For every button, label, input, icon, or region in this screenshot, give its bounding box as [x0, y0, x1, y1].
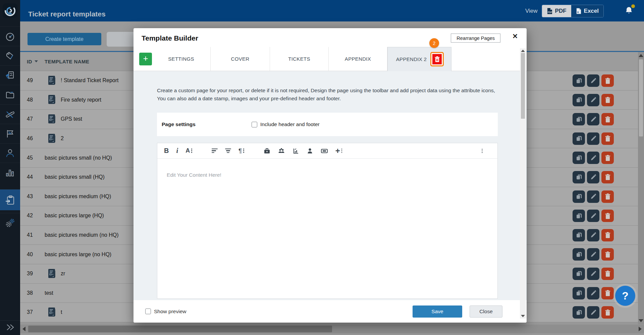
insert-person-attribute-button[interactable]: [307, 146, 313, 156]
delete-template-button[interactable]: [601, 74, 614, 87]
insert-banner-button[interactable]: [321, 146, 328, 156]
delete-template-button[interactable]: [601, 268, 614, 280]
add-page-button[interactable]: +: [139, 53, 152, 65]
delete-template-button[interactable]: [601, 152, 614, 164]
copy-template-button[interactable]: [573, 248, 585, 261]
scroll-up-arrow-icon[interactable]: [639, 54, 643, 57]
notifications-bell[interactable]: [625, 6, 634, 15]
help-button[interactable]: ?: [615, 286, 635, 306]
rich-text-editor[interactable]: B i A ¶: [157, 143, 498, 299]
copy-template-button[interactable]: [573, 171, 585, 183]
rearrange-pages-button[interactable]: Rearrange Pages: [451, 34, 500, 43]
sort-caret-icon[interactable]: [35, 60, 38, 62]
italic-button[interactable]: i: [176, 146, 178, 156]
copy-template-button[interactable]: [573, 113, 585, 125]
delete-template-button[interactable]: [601, 306, 614, 319]
copy-template-button[interactable]: [573, 210, 585, 222]
sidebar-item-projects[interactable]: [0, 85, 20, 104]
tab-tickets[interactable]: TICKETS: [270, 47, 329, 71]
tab-appendix[interactable]: APPENDIX: [329, 47, 387, 71]
save-button[interactable]: Save: [413, 305, 462, 318]
vertical-scroll-thumb[interactable]: [639, 59, 643, 136]
tab-cover[interactable]: COVER: [211, 47, 270, 71]
modal-title: Template Builder: [142, 34, 198, 42]
modal-scrollbar[interactable]: [520, 48, 526, 319]
copy-template-button[interactable]: [573, 190, 585, 203]
sidebar-item-settings[interactable]: [0, 213, 20, 232]
tab-settings[interactable]: SETTINGS: [152, 47, 211, 71]
scroll-down-arrow-icon[interactable]: [639, 319, 643, 322]
edit-template-button[interactable]: [587, 171, 599, 183]
delete-template-button[interactable]: [601, 248, 614, 261]
close-button[interactable]: Close: [470, 305, 502, 318]
insert-team-attribute-button[interactable]: [278, 146, 285, 156]
modal-scroll-up-icon[interactable]: [521, 50, 525, 52]
bold-button[interactable]: B: [164, 146, 169, 156]
delete-template-button[interactable]: [601, 171, 614, 183]
sidebar-item-dashboard[interactable]: [0, 26, 20, 46]
sidebar-collapse-button[interactable]: [0, 320, 20, 334]
show-preview-checkbox[interactable]: [145, 309, 151, 314]
trash-icon: [605, 174, 611, 180]
edit-template-button[interactable]: [587, 248, 599, 261]
modal-scroll-down-icon[interactable]: [521, 315, 525, 317]
edit-template-button[interactable]: [587, 132, 599, 145]
view-excel-button[interactable]: x Excel: [571, 5, 603, 17]
delete-template-button[interactable]: [601, 113, 614, 125]
copy-template-button[interactable]: [573, 152, 585, 164]
align-center-button[interactable]: [225, 146, 231, 156]
delete-page-button[interactable]: [431, 53, 443, 65]
copy-template-button[interactable]: [573, 306, 585, 319]
edit-template-button[interactable]: [587, 287, 599, 299]
modal-close-icon[interactable]: ✕: [512, 32, 518, 40]
vertical-scrollbar[interactable]: [638, 52, 644, 324]
copy-template-button[interactable]: [573, 94, 585, 106]
delete-template-button[interactable]: [601, 94, 614, 106]
sidebar-item-report-templates[interactable]: [0, 189, 20, 210]
sidebar-item-analytics[interactable]: [0, 163, 20, 182]
edit-template-button[interactable]: [587, 152, 599, 164]
app-logo[interactable]: [3, 3, 17, 18]
editor-more-options-button[interactable]: [480, 146, 483, 156]
sidebar-item-tags[interactable]: [0, 46, 20, 65]
include-header-footer-checkbox[interactable]: [252, 122, 257, 127]
copy-template-button[interactable]: [573, 229, 585, 241]
align-left-button[interactable]: [212, 146, 218, 156]
edit-template-button[interactable]: [587, 268, 599, 280]
edit-template-button[interactable]: [587, 190, 599, 203]
scroll-left-arrow-icon[interactable]: [22, 327, 25, 331]
insert-more-button[interactable]: +: [335, 146, 342, 156]
copy-template-button[interactable]: [573, 132, 585, 145]
delete-template-button[interactable]: [601, 190, 614, 203]
copy-template-button[interactable]: [573, 268, 585, 280]
create-template-button[interactable]: Create template: [28, 33, 101, 45]
insert-project-attribute-button[interactable]: [264, 146, 270, 156]
delete-template-button[interactable]: [601, 210, 614, 222]
insert-chart-attribute-button[interactable]: [292, 146, 299, 156]
font-options-button[interactable]: A: [185, 146, 192, 156]
delete-template-button[interactable]: [601, 132, 614, 145]
delete-template-button[interactable]: [601, 287, 614, 299]
sidebar-item-tools[interactable]: [0, 104, 20, 124]
sidebar-item-reports[interactable]: [0, 65, 20, 85]
copy-template-button[interactable]: [573, 287, 585, 299]
edit-template-button[interactable]: [587, 94, 599, 106]
column-header-template-name[interactable]: TEMPLATE NAME: [45, 59, 89, 64]
copy-template-button[interactable]: [573, 74, 585, 87]
horizontal-scrollbar[interactable]: [20, 325, 644, 333]
modal-scroll-thumb[interactable]: [521, 53, 525, 119]
edit-template-button[interactable]: [587, 74, 599, 87]
horizontal-scroll-thumb[interactable]: [28, 326, 332, 332]
column-header-id[interactable]: ID: [27, 59, 32, 64]
sidebar-item-users[interactable]: [0, 143, 20, 163]
tab-appendix-2[interactable]: APPENDIX 2: [387, 47, 451, 71]
edit-template-button[interactable]: [587, 229, 599, 241]
delete-template-button[interactable]: [601, 229, 614, 241]
edit-template-button[interactable]: [587, 113, 599, 125]
edit-template-button[interactable]: [587, 306, 599, 319]
paragraph-options-button[interactable]: ¶: [238, 146, 244, 156]
edit-template-button[interactable]: [587, 210, 599, 222]
view-pdf-button[interactable]: PDF PDF: [542, 5, 571, 17]
scroll-right-arrow-icon[interactable]: [639, 327, 642, 331]
sidebar-item-flags[interactable]: [0, 124, 20, 143]
